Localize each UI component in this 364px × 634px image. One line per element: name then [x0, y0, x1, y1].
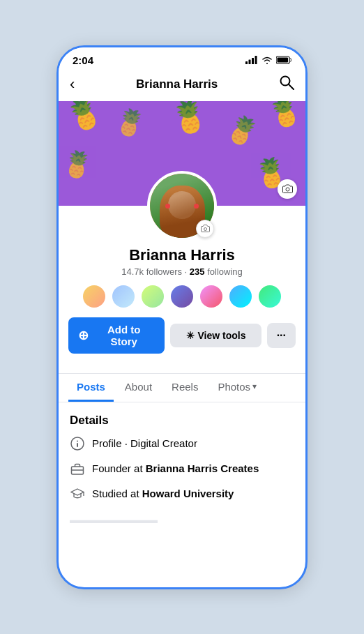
follower-avatar-7[interactable]: [257, 284, 282, 309]
tab-reels[interactable]: Reels: [163, 374, 206, 402]
more-icon: ···: [277, 329, 286, 341]
svg-rect-2: [252, 58, 254, 64]
add-story-icon: ⊕: [78, 328, 89, 343]
tab-about-label: About: [125, 381, 152, 393]
view-tools-button[interactable]: ✳ View tools: [170, 324, 261, 347]
detail-education-text: Studied at Howard University: [92, 488, 234, 499]
pineapple-decor-3: 🍍: [167, 101, 211, 137]
tab-photos-label: Photos: [218, 381, 250, 393]
svg-rect-12: [77, 443, 78, 447]
follower-avatar-3[interactable]: [140, 284, 165, 309]
cover-camera-button[interactable]: [278, 179, 297, 199]
pineapple-decor-5: 🍍: [264, 101, 305, 133]
signal-icon: [245, 56, 258, 64]
svg-rect-3: [255, 56, 257, 64]
detail-row-founder: Founder at Brianna Harris Creates: [70, 461, 294, 476]
tab-reels-label: Reels: [172, 381, 198, 393]
detail-row-profile: Profile · Digital Creator: [70, 436, 294, 451]
follower-avatar-6[interactable]: [228, 284, 253, 309]
add-to-story-button[interactable]: ⊕ Add to Story: [68, 317, 165, 354]
view-tools-icon: ✳: [186, 330, 195, 341]
svg-point-11: [77, 440, 78, 441]
avatar-wrapper: [147, 171, 217, 241]
more-options-button[interactable]: ···: [267, 323, 296, 348]
followers-count: 14.7k: [121, 266, 144, 277]
more-details-cutoff: ▬▬▬▬▬▬▬▬▬: [59, 511, 305, 529]
svg-rect-1: [249, 60, 251, 65]
tab-posts[interactable]: Posts: [68, 374, 114, 402]
pineapple-decor-1: 🍍: [61, 101, 107, 136]
follower-avatar-4[interactable]: [169, 284, 195, 309]
photos-dropdown-icon: ▾: [252, 382, 257, 391]
profile-section: Brianna Harris 14.7k followers · 235 fol…: [59, 206, 305, 363]
detail-founder-text: Founder at Brianna Harris Creates: [92, 462, 259, 474]
svg-rect-0: [245, 61, 248, 64]
education-icon: [70, 486, 85, 501]
profile-nav-title: Brianna Harris: [136, 77, 218, 91]
profile-stats: 14.7k followers · 235 following: [121, 266, 243, 277]
status-bar: 2:04: [59, 47, 305, 70]
tab-about[interactable]: About: [116, 374, 160, 402]
cutoff-text: ▬▬▬▬▬▬▬▬▬: [70, 514, 158, 525]
search-button[interactable]: [279, 75, 294, 94]
following-count: 235: [190, 266, 205, 277]
detail-profile-text: Profile · Digital Creator: [92, 437, 197, 449]
stats-separator: ·: [185, 266, 188, 277]
camera-icon-avatar: [201, 225, 210, 232]
phone-frame: 2:04 ‹ Brianna Harr: [56, 45, 308, 589]
work-icon: [70, 461, 85, 476]
add-story-label: Add to Story: [93, 324, 155, 347]
avatar-camera-button[interactable]: [196, 220, 214, 238]
search-icon: [279, 75, 294, 90]
details-section: Details Profile · Digital Creator Founde…: [59, 402, 305, 501]
pineapple-decor-6: 🍍: [60, 147, 96, 181]
following-label: following: [207, 266, 243, 277]
status-icons: [245, 56, 291, 64]
battery-icon: [276, 56, 291, 64]
tab-photos[interactable]: Photos ▾: [209, 374, 265, 402]
svg-line-7: [289, 84, 294, 89]
pineapple-decor-2: 🍍: [111, 104, 149, 140]
view-tools-label: View tools: [198, 330, 246, 341]
details-title: Details: [70, 414, 294, 428]
action-buttons: ⊕ Add to Story ✳ View tools ···: [59, 317, 305, 354]
wifi-icon: [261, 56, 273, 64]
tab-posts-label: Posts: [77, 381, 105, 393]
camera-icon-cover: [282, 184, 293, 193]
info-icon: [70, 436, 85, 451]
svg-rect-5: [278, 58, 289, 63]
tabs-bar: Posts About Reels Photos ▾: [59, 373, 305, 402]
detail-row-education: Studied at Howard University: [70, 486, 294, 501]
follower-avatar-5[interactable]: [199, 284, 224, 309]
nav-bar: ‹ Brianna Harris: [59, 70, 305, 101]
pineapple-decor-4: 🍍: [221, 110, 264, 151]
status-time: 2:04: [73, 54, 93, 66]
follower-avatar-1[interactable]: [82, 284, 107, 309]
followers-row: [82, 284, 282, 309]
followers-label: followers: [146, 266, 182, 277]
profile-name: Brianna Harris: [129, 246, 235, 264]
follower-avatar-2[interactable]: [111, 284, 136, 309]
back-button[interactable]: ‹: [70, 75, 75, 93]
